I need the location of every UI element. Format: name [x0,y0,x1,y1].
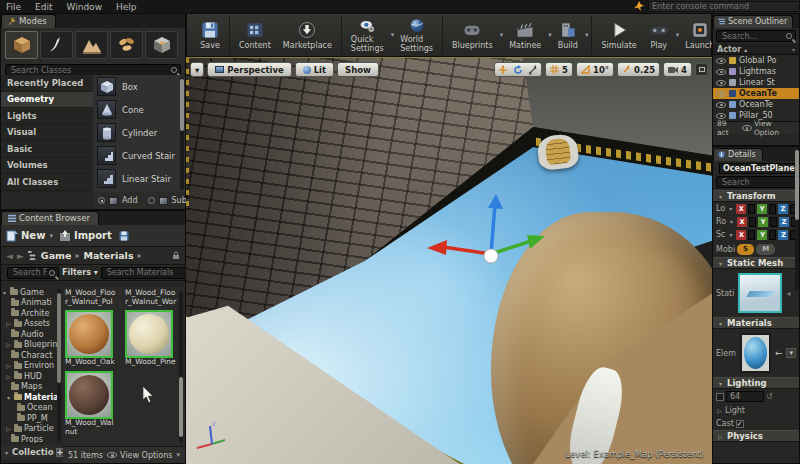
use-selected-asset-icon[interactable]: ← [775,348,783,358]
mode-landscape-button[interactable] [75,31,108,59]
classes-scrollbar[interactable] [180,77,184,190]
console-command-input[interactable] [648,1,800,12]
asset-label[interactable]: M_Wood_Floo r_Walnut_Pol [65,289,117,306]
visibility-eye-icon[interactable] [716,58,726,64]
menu-help[interactable]: Help [116,2,137,12]
scale-snap-button[interactable]: 0.25 [617,62,660,77]
visibility-eye-icon[interactable] [716,91,726,97]
class-item-linear-stair[interactable]: Linear Stair [93,167,185,190]
lightmap-res-field[interactable]: 64 [726,391,764,402]
browse-left-icon[interactable]: ◂ [786,289,790,298]
tree-item[interactable]: Maps [1,382,61,393]
tree-item[interactable]: Archite [1,308,61,319]
mode-geometry-button[interactable] [145,31,178,59]
lock-icon[interactable] [172,251,180,260]
mobility-movable-button[interactable]: M [756,244,775,255]
assets-scrollbar[interactable] [179,291,183,443]
column-filter-icon[interactable]: ▾ [792,46,795,53]
asset-tile-oak[interactable]: M_Wood_Oak [65,310,117,367]
tab-modes[interactable]: Modes [1,14,56,28]
reset-icon[interactable]: ↺ [766,392,773,401]
perspective-button[interactable]: Perspective [207,62,291,77]
import-button[interactable]: Import [59,230,112,242]
menu-edit[interactable]: Edit [35,2,52,12]
material-thumbnail[interactable] [740,333,771,373]
category-volumes[interactable]: Volumes [1,158,93,175]
class-item-cylinder[interactable]: Cylinder [93,121,185,144]
outliner-view-options-button[interactable]: View Option [742,119,795,137]
menu-window[interactable]: Window [67,2,103,12]
simulate-button[interactable]: Simulate [595,16,642,54]
content-button[interactable]: Content [233,16,277,54]
section-static-mesh[interactable]: ▾Static Mesh [713,257,799,269]
lit-button[interactable]: Lit [295,62,334,77]
visibility-eye-icon[interactable] [716,113,726,119]
actor-name-field[interactable] [719,163,800,174]
matinee-button[interactable]: Matinee [503,16,547,54]
material-dropdown-icon[interactable]: ▾ [786,348,796,358]
menu-file[interactable]: File [6,2,21,12]
cast-shadows-checkbox[interactable]: ✓ [736,420,744,428]
details-search-input[interactable] [720,177,800,188]
build-button[interactable]: Build [552,16,584,54]
y-value-field[interactable] [769,204,776,214]
rotate-tool-icon[interactable] [513,65,523,75]
save-all-icon[interactable] [118,230,130,242]
category-geometry[interactable]: Geometry [1,92,93,109]
tree-item[interactable]: Audio [1,329,61,340]
tree-item[interactable]: ▷Environ [1,361,61,372]
tree-item[interactable]: ▷Assets [1,319,61,330]
tree-item-game[interactable]: ▾Game [1,287,61,298]
x-value-field[interactable] [748,230,755,240]
brush-subtract-radio[interactable] [148,197,155,204]
category-recently-placed[interactable]: Recently Placed [1,75,93,92]
translate-tool-icon[interactable] [498,65,508,75]
mode-foliage-button[interactable] [110,31,143,59]
category-all-classes[interactable]: All Classes [1,174,93,191]
camera-speed-button[interactable]: 4 [663,62,692,77]
window-scrollbar[interactable] [795,150,799,290]
tree-item[interactable]: PP_M [1,413,61,424]
outliner-row[interactable]: Lightmas [713,66,799,77]
save-button[interactable]: Save [194,16,226,54]
x-value-field[interactable] [748,204,755,214]
outliner-row[interactable]: Linear St [713,77,799,88]
mode-place-button[interactable] [5,31,38,59]
class-item-cone[interactable]: Cone [93,98,185,121]
tree-item[interactable]: Ocean [1,403,61,414]
tree-item[interactable]: ▷Blueprin [1,340,61,351]
category-lights[interactable]: Lights [1,108,93,125]
y-value-field[interactable] [769,230,776,240]
visibility-eye-icon[interactable] [716,69,726,75]
tree-item[interactable]: Animati [1,298,61,309]
marketplace-button[interactable]: Marketplace [277,16,338,54]
static-mesh-thumbnail[interactable] [738,273,782,313]
visibility-eye-icon[interactable] [716,102,726,108]
tree-item[interactable]: ▷Particle [1,424,61,435]
quick-settings-button[interactable]: Quick Settings [345,16,390,54]
tab-details[interactable]: Details [713,148,763,161]
outliner-row[interactable]: Global Po [713,55,799,66]
outliner-row-selected[interactable]: OceanTe [713,88,799,99]
view-options-button[interactable]: View Options▾ [107,451,180,460]
filters-button[interactable]: Filters ▾ [62,268,98,277]
visibility-eye-icon[interactable] [716,80,726,86]
tree-item[interactable]: Charact [1,350,61,361]
forward-button[interactable]: ► [17,251,24,261]
tab-scene-outliner[interactable]: Scene Outliner [713,15,793,28]
asset-tile-walnut[interactable]: M_Wood_Wal nut [65,371,117,436]
section-physics[interactable]: ▷Physics [713,430,799,442]
build-dropdown-icon[interactable]: ▾ [585,31,589,39]
back-button[interactable]: ◄ [6,251,13,261]
mode-paint-button[interactable] [40,31,73,59]
light-row[interactable]: ▷Light [713,404,799,417]
class-item-curved-stair[interactable]: Curved Stair [93,144,185,167]
section-materials[interactable]: ▾Materials [713,317,799,329]
search-classes-input[interactable] [9,65,171,76]
section-lighting[interactable]: ▾Lighting [713,377,799,389]
tree-item[interactable]: Props [1,434,61,443]
breadcrumb-materials[interactable]: Materials [83,250,133,261]
show-button[interactable]: Show [337,62,379,77]
scale-tool-icon[interactable] [528,65,538,75]
search-folders-input[interactable] [11,267,49,278]
